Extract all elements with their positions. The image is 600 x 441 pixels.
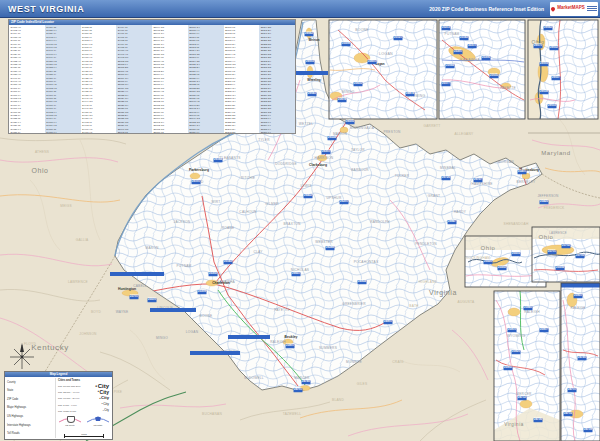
zip-column: 25044 G525045 E525047 G425048 G525049 G4… bbox=[152, 25, 188, 133]
zip-entry: 25043 F5 bbox=[118, 131, 152, 133]
zip-entry: 24970 H7 bbox=[82, 131, 116, 133]
zip-entry: 25106 F3 bbox=[154, 131, 188, 133]
zip-column: 24974 J724976 J624977 J724981 J624983 J8… bbox=[116, 25, 152, 133]
legend-line-label: Toll Roads bbox=[7, 432, 20, 435]
logo-fineprint bbox=[587, 6, 597, 11]
scale-rule bbox=[64, 436, 104, 437]
zip-column: 24882 J524884 J524887 J524888 J424892 K4… bbox=[81, 25, 117, 133]
cities-towns-title: Cities and Towns bbox=[58, 379, 110, 382]
legend-line-label: US Highways bbox=[7, 415, 23, 418]
us-route-sample: US Route bbox=[58, 415, 82, 426]
zip-entry: 25306 F4 bbox=[261, 131, 295, 133]
legend-line-label: State bbox=[7, 389, 13, 392]
zip-column: 24834 J524836 K424839 J424843 K424844 K4… bbox=[45, 25, 81, 133]
legend-line-row: ZIP Code bbox=[7, 396, 9, 403]
population-range: Pop. 10,000 - 24,999 bbox=[58, 397, 99, 399]
legend-line-label: ZIP Code bbox=[7, 398, 18, 401]
zip-entry: 24881 K4 bbox=[46, 131, 80, 133]
legend-line-label: Interstate Highways bbox=[7, 424, 31, 427]
us-route-label: US Route bbox=[58, 424, 82, 426]
population-range: Pop. Under 5,000 bbox=[58, 410, 103, 412]
zip-index-columns: 24701 H624712 H724714 J624715 H524716 J7… bbox=[9, 25, 295, 133]
zip-entry: 25243 E5 bbox=[225, 131, 259, 133]
publisher-name: MarketMAPS bbox=[557, 6, 585, 11]
legend-line-label: Major Highways bbox=[7, 406, 26, 409]
city-sample: City bbox=[99, 396, 109, 400]
population-range: Pop. 5,000 - 9,999 bbox=[58, 404, 102, 406]
zip-entry: 25159 F4 bbox=[189, 131, 223, 133]
map-title: WEST VIRGINIA bbox=[8, 4, 84, 14]
population-range: Pop. 25,000 - 49,999 bbox=[58, 391, 97, 393]
city-sample: City bbox=[102, 403, 109, 406]
legend-line-row: Major Highways bbox=[7, 404, 9, 411]
zip-entry: 24831 J4 bbox=[11, 131, 45, 133]
shield-samples: US Route Interstate bbox=[58, 415, 110, 426]
city-class-list: Pop. 50,000 and Over City Pop. 25,000 - … bbox=[58, 383, 110, 414]
legend-line-row: State bbox=[7, 387, 9, 394]
zip-column: 24701 H624712 H724714 J624715 H524716 J7… bbox=[9, 25, 45, 133]
zip-index-table: ZIP Code Index/Grid Locator 24701 H62471… bbox=[8, 19, 296, 134]
legend: Map Legend County State ZIP Code Major H… bbox=[4, 371, 113, 440]
interstate-label: Interstate bbox=[86, 424, 110, 426]
city-class-row: Pop. Under 5,000 City bbox=[58, 408, 110, 414]
population-range: Pop. 50,000 and Over bbox=[58, 385, 95, 387]
zip-column: 25160 F525161 F525162 F525164 F525165 F4… bbox=[224, 25, 260, 133]
legend-line-label: County bbox=[7, 381, 16, 384]
interstate-sample: Interstate bbox=[86, 415, 110, 426]
title-bar: WEST VIRGINIA 2020 ZIP Code Business Ref… bbox=[0, 0, 600, 18]
legend-line-list: County State ZIP Code Major Highways US … bbox=[7, 378, 55, 438]
zip-column: 25244 E525245 E425247 D425248 E425251 E5… bbox=[259, 25, 295, 133]
legend-line-row: US Highways bbox=[7, 413, 9, 420]
zip-column: 25107 G425108 H425109 F425110 F525111 F5… bbox=[188, 25, 224, 133]
city-sample: City bbox=[103, 409, 109, 412]
map-pin-icon bbox=[550, 6, 556, 12]
publisher-logo: MarketMAPS bbox=[550, 2, 598, 16]
legend-line-row: Interstate Highways bbox=[7, 421, 10, 428]
edition-label: 2020 ZIP Code Business Reference Inset E… bbox=[429, 6, 544, 12]
legend-line-row: County bbox=[7, 379, 8, 386]
map-poster: WEST VIRGINIA 2020 ZIP Code Business Ref… bbox=[0, 0, 600, 441]
city-sample: City bbox=[97, 390, 109, 395]
scale-bar: Miles bbox=[58, 433, 110, 439]
legend-line-row: Toll Roads bbox=[7, 430, 9, 437]
